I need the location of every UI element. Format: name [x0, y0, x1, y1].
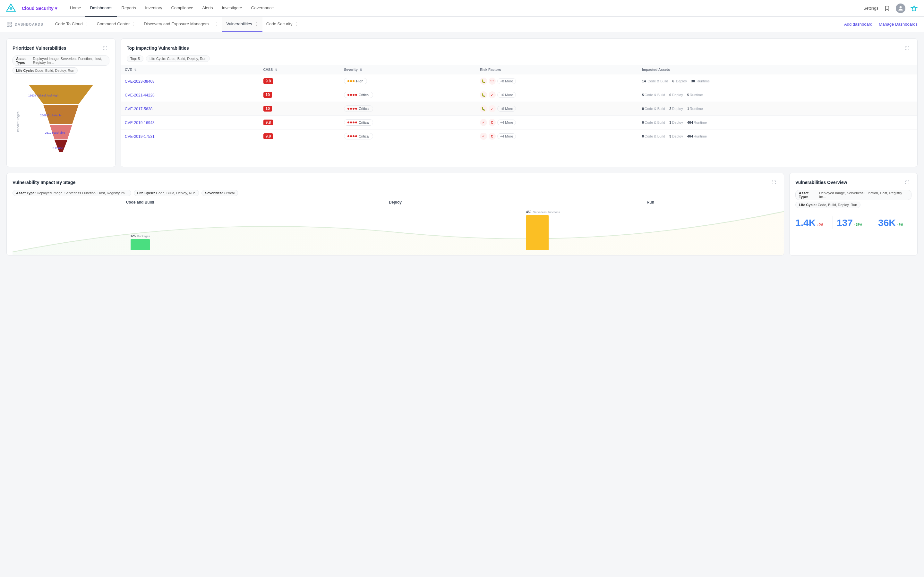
nav-links: Home Dashboards Reports Inventory Compli… — [65, 0, 863, 16]
dash-tab-label: Command Center — [97, 21, 130, 26]
pv-filter-lifecycle[interactable]: Life Cycle: Code, Build, Deploy, Run — [13, 67, 78, 74]
svg-text:2669 Exploitable: 2669 Exploitable — [40, 114, 61, 117]
vibs-expand-btn[interactable] — [770, 178, 778, 187]
vibs-filter-asset[interactable]: Asset Type: Deployed Image, Serverless F… — [13, 190, 131, 196]
nav-link-dashboards[interactable]: Dashboards — [86, 0, 117, 17]
cve-link[interactable]: CVE-2019-16943 — [125, 121, 155, 125]
more-icon-3[interactable]: ⋮ — [254, 21, 258, 27]
nav-link-home[interactable]: Home — [65, 0, 86, 17]
severity-chip[interactable]: High — [344, 78, 367, 84]
nav-link-inventory[interactable]: Inventory — [141, 0, 166, 17]
sort-icon[interactable]: ⇅ — [134, 68, 137, 71]
top-cards-row: Prioritized Vulnerabilities Asset Type: … — [6, 39, 918, 167]
bug-icon: 🐛 — [480, 77, 487, 85]
more-icon-0[interactable]: ⋮ — [85, 21, 89, 27]
impacted-cell: 14 Code & Build 6 Deploy 30 Runtime — [638, 74, 917, 88]
vo-stat-2: 137 ↑75% — [837, 218, 870, 228]
manage-dashboards-link[interactable]: Manage Dashboards — [879, 22, 918, 27]
bug-icon: 🐛 — [480, 91, 487, 98]
cve-link[interactable]: CVE-2017-5638 — [125, 107, 152, 111]
more-icon-4[interactable]: ⋮ — [294, 21, 299, 27]
add-dashboard-link[interactable]: Add dashboard — [844, 22, 872, 27]
severity-chip[interactable]: Critical — [344, 119, 373, 126]
pv-filter-asset[interactable]: Asset Type: Deployed Image, Serverless F… — [13, 55, 110, 66]
tiv-filters: Top: 5 Life Cycle: Code, Build, Deploy, … — [121, 55, 917, 65]
dash-tab-vulnerabilities[interactable]: Vulnerabilities ⋮ — [222, 17, 262, 32]
vo-expand-btn[interactable] — [903, 178, 911, 187]
more-badge[interactable]: +4 More — [497, 119, 516, 125]
settings-link[interactable]: Settings — [863, 6, 879, 11]
more-badge[interactable]: +8 More — [497, 78, 516, 84]
vo-change-1: ↓0% — [817, 223, 823, 227]
sort-icon[interactable]: ⇅ — [360, 68, 362, 71]
app-logo[interactable] — [5, 3, 17, 14]
table-row: CVE-2019-17531 9.8 Critical ✓ — [121, 129, 917, 143]
dash-tab-discovery[interactable]: Discovery and Exposure Managem... ⋮ — [140, 17, 222, 32]
vo-stat-1: 1.4K ↓0% — [795, 218, 829, 228]
cloud-security-btn[interactable]: Cloud Security ▾ — [19, 5, 60, 12]
more-icon-1[interactable]: ⋮ — [132, 21, 136, 27]
nav-link-investigate[interactable]: Investigate — [218, 0, 247, 17]
check-icon: ✓ — [489, 105, 496, 112]
shield-icon: 🛡 — [489, 77, 496, 85]
dash-tab-code-to-cloud[interactable]: Code To Cloud ⋮ — [51, 17, 93, 32]
vo-filter-lifecycle[interactable]: Life Cycle: Code, Build, Deploy, Run — [795, 201, 861, 208]
risk-cell: 🐛 🛡 +8 More — [476, 74, 638, 88]
tiv-table: CVE ⇅ CVSS ⇅ Severity ⇅ Risk Fa — [121, 65, 917, 143]
tiv-filter-top[interactable]: Top: 5 — [127, 55, 144, 62]
vibs-filter-severity[interactable]: Severities: Critical — [202, 190, 238, 196]
pv-expand-btn[interactable] — [101, 44, 110, 52]
chevron-down-icon: ▾ — [55, 6, 57, 11]
dash-tab-code-security[interactable]: Code Security ⋮ — [262, 17, 303, 32]
dash-tab-label: Code Security — [266, 21, 292, 26]
sparkle-icon-btn[interactable] — [909, 3, 919, 13]
prioritized-vulnerabilities-card: Prioritized Vulnerabilities Asset Type: … — [6, 39, 115, 167]
nav-link-governance[interactable]: Governance — [246, 0, 278, 17]
nav-link-compliance[interactable]: Compliance — [167, 0, 198, 17]
severity-chip[interactable]: Critical — [344, 105, 373, 112]
risk-factors: 🐛 🛡 +8 More — [480, 77, 634, 85]
sort-icon[interactable]: ⇅ — [275, 68, 278, 71]
r-label: Runtime — [696, 79, 710, 83]
vo-header: Vulnerabilities Overview — [790, 173, 917, 190]
more-badge[interactable]: +6 More — [497, 92, 516, 98]
cve-link[interactable]: CVE-2023-38408 — [125, 79, 155, 84]
stage-headers: Code and Build Deploy Run — [7, 200, 784, 207]
top-impacting-card: Top Impacting Vulnerabilities Top: 5 Lif… — [121, 39, 918, 167]
avatar[interactable] — [896, 3, 905, 13]
check-icon: ✓ — [489, 91, 496, 98]
dash-tab-command-center[interactable]: Command Center ⋮ — [93, 17, 140, 32]
cve-link[interactable]: CVE-2021-44228 — [125, 93, 155, 97]
pv-card-title: Prioritized Vulnerabilities — [13, 45, 66, 51]
stage-header-deploy: Deploy — [268, 200, 523, 205]
more-icon-2[interactable]: ⋮ — [214, 21, 218, 27]
vibs-title: Vulnerability Impact By Stage — [13, 180, 75, 185]
cve-link[interactable]: CVE-2019-17531 — [125, 134, 155, 139]
stage-header-code: Code and Build — [13, 200, 268, 205]
svg-rect-4 — [10, 22, 11, 24]
tiv-expand-btn[interactable] — [903, 44, 911, 52]
vibs-filter-lifecycle[interactable]: Life Cycle: Code, Build, Deploy, Run — [134, 190, 199, 196]
more-badge[interactable]: +4 More — [497, 133, 516, 139]
vo-filters: Asset Type: Deployed Image, Serverless F… — [790, 190, 917, 211]
col-cvss: CVSS ⇅ — [260, 65, 340, 74]
severity-chip[interactable]: Critical — [344, 92, 373, 98]
severity-chip[interactable]: Critical — [344, 133, 373, 139]
nav-link-alerts[interactable]: Alerts — [198, 0, 217, 17]
svg-marker-10 — [55, 140, 67, 152]
vo-change-2: ↑75% — [854, 223, 862, 227]
bar-label-top: 459 Serverless Functions — [526, 210, 560, 214]
bookmark-icon-btn[interactable] — [882, 3, 892, 13]
tiv-filter-lifecycle[interactable]: Life Cycle: Code, Build, Deploy, Run — [146, 55, 210, 62]
col-severity: Severity ⇅ — [340, 65, 476, 74]
more-badge[interactable]: +6 More — [497, 106, 516, 111]
c-badge: C — [489, 133, 496, 140]
svg-point-1 — [10, 7, 13, 10]
pv-funnel-container: Impact Stages 16637 Critical And High 26… — [7, 77, 115, 167]
cvss-badge: 10 — [263, 106, 272, 111]
nav-link-reports[interactable]: Reports — [117, 0, 141, 17]
check-icon: ✓ — [480, 133, 487, 140]
funnel-axis-label: Impact Stages — [16, 111, 20, 132]
vo-filter-asset[interactable]: Asset Type: Deployed Image, Serverless F… — [795, 190, 911, 200]
bug-icon: 🐛 — [480, 105, 487, 112]
